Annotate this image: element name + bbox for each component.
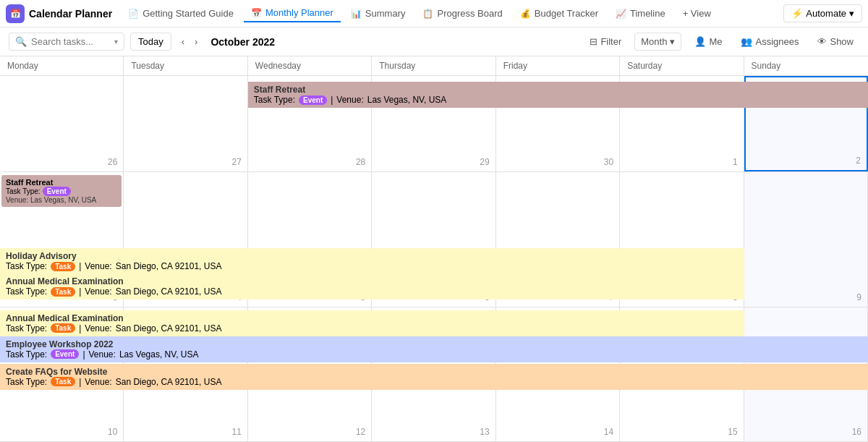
today-button[interactable]: Today [130,33,171,51]
event-staff-retreat-cell[interactable]: Staff Retreat Task Type: Event Venue: La… [1,175,122,207]
search-input[interactable] [31,36,110,47]
week-row-1: 26 27 28 29 30 1 2 Staff Retreat Task Ty… [0,76,868,172]
show-icon: 👁 [817,36,827,47]
show-label: Show [830,36,854,47]
employee-workshop-badge: Event [51,349,79,359]
toolbar-right: ⊟ Filter Month ▾ 👤 Me 👥 Assignees 👁 Show [584,33,859,51]
header-thursday: Thursday [372,56,495,75]
holiday-advisory-title: Holiday Advisory [6,251,739,261]
holiday-advisory-meta: Task Type: Task | Venue: San Diego, CA 9… [6,261,739,271]
staff-retreat-cell-badge: Event [43,187,71,196]
automate-chevron: ▾ [849,8,854,19]
month-view-button[interactable]: Month ▾ [634,33,681,51]
progress-board-icon: 📋 [422,9,433,19]
top-nav: 📅 Calendar Planner 📄 Getting Started Gui… [0,0,868,27]
filter-icon: ⊟ [590,36,597,47]
calendar-body: 26 27 28 29 30 1 2 Staff Retreat Task Ty… [0,76,868,442]
assignees-icon: 👥 [741,36,752,47]
event-create-faqs[interactable]: Create FAQs for Website Task Type: Task … [0,364,868,390]
summary-icon: 📊 [351,9,362,19]
prev-month-button[interactable]: ‹ [177,33,189,50]
tab-monthly-planner[interactable]: 📅 Monthly Planner [244,4,341,22]
create-faqs-meta: Task Type: Task | Venue: San Diego, CA 9… [6,377,862,387]
header-tuesday: Tuesday [124,56,247,75]
header-wednesday: Wednesday [248,56,372,75]
annual-medical-w2-badge: Task [51,287,75,297]
tab-progress-board-label: Progress Board [437,8,502,19]
nav-right: ⚡ Automate ▾ [783,4,862,22]
tab-getting-started[interactable]: 📄 Getting Started Guide [121,5,241,22]
week-row-3: 10 11 12 13 14 15 16 Annual Medical Exam… [0,307,868,442]
app-logo: 📅 Calendar Planner [6,4,112,23]
tab-progress-board[interactable]: 📋 Progress Board [415,5,509,22]
next-month-button[interactable]: › [190,33,202,50]
employee-workshop-title: Employee Workshop 2022 [6,339,862,349]
annual-medical-w3-meta: Task Type: Task | Venue: San Diego, CA 9… [6,323,739,333]
event-holiday-advisory[interactable]: Holiday Advisory Task Type: Task | Venue… [0,248,744,274]
annual-medical-w3-badge: Task [51,323,75,333]
day-9[interactable]: 9 [744,172,868,306]
toolbar: 🔍 ▾ Today ‹ › October 2022 ⊟ Filter Mont… [0,27,868,56]
tab-budget-tracker-label: Budget Tracker [535,8,598,19]
tab-timeline[interactable]: 📈 Timeline [608,5,673,22]
event-employee-workshop[interactable]: Employee Workshop 2022 Task Type: Event … [0,336,868,362]
add-view-button[interactable]: + View [676,5,718,22]
annual-medical-w2-title: Annual Medical Examination [6,276,739,286]
assignees-label: Assignees [755,36,799,47]
monthly-planner-icon: 📅 [251,8,262,18]
create-faqs-badge: Task [51,377,75,386]
month-chevron-icon: ▾ [670,36,675,47]
event-annual-medical-w3[interactable]: Annual Medical Examination Task Type: Ta… [0,310,744,336]
me-label: Me [709,36,722,47]
today-label: Today [138,36,163,47]
assignees-button[interactable]: 👥 Assignees [735,33,804,50]
holiday-advisory-badge: Task [51,262,75,271]
week-row-2: Staff Retreat Task Type: Event Venue: La… [0,172,868,307]
annual-medical-w3-title: Annual Medical Examination [6,313,739,323]
create-faqs-title: Create FAQs for Website [6,367,862,377]
day-headers: Monday Tuesday Wednesday Thursday Friday… [0,56,868,76]
chevron-down-icon: ▾ [114,38,118,46]
budget-tracker-icon: 💰 [520,9,531,19]
employee-workshop-meta: Task Type: Event | Venue: Las Vegas, NV,… [6,349,862,360]
filter-button[interactable]: ⊟ Filter [584,33,627,50]
tab-summary[interactable]: 📊 Summary [344,5,413,22]
automate-icon: ⚡ [791,8,803,19]
event-staff-retreat-w1[interactable]: Staff Retreat Task Type: Event | Venue: … [248,82,868,108]
header-sunday: Sunday [744,56,868,75]
header-friday: Friday [496,56,620,75]
nav-arrows: ‹ › [177,33,203,50]
tab-budget-tracker[interactable]: 💰 Budget Tracker [513,5,605,22]
staff-retreat-cell-meta: Task Type: Event [6,187,117,196]
search-box[interactable]: 🔍 ▾ [9,33,124,51]
staff-retreat-title-w1: Staff Retreat [254,85,862,95]
staff-retreat-badge-w1: Event [299,95,327,105]
person-icon: 👤 [694,36,706,47]
app-title: Calendar Planner [29,8,112,20]
header-monday: Monday [0,56,124,75]
getting-started-icon: 📄 [128,9,139,19]
automate-button[interactable]: ⚡ Automate ▾ [783,4,862,22]
event-annual-medical-w2[interactable]: Annual Medical Examination Task Type: Ta… [0,273,744,299]
show-button[interactable]: 👁 Show [812,33,859,50]
tab-summary-label: Summary [365,8,406,19]
tab-monthly-planner-label: Monthly Planner [265,7,333,18]
tab-getting-started-label: Getting Started Guide [142,8,234,19]
annual-medical-w2-meta: Task Type: Task | Venue: San Diego, CA 9… [6,286,739,297]
me-button[interactable]: 👤 Me [689,33,728,50]
add-view-label: + View [683,8,711,19]
day-26[interactable]: 26 [0,76,124,171]
staff-retreat-cell-venue: Venue: Las Vegas, NV, USA [6,196,117,204]
filter-label: Filter [600,36,621,47]
header-saturday: Saturday [620,56,744,75]
month-view-label: Month [641,36,667,47]
tab-timeline-label: Timeline [630,8,665,19]
month-title: October 2022 [210,36,275,48]
app-logo-icon: 📅 [6,4,25,23]
search-icon: 🔍 [15,36,27,47]
staff-retreat-meta-w1: Task Type: Event | Venue: Las Vegas, NV,… [254,95,862,105]
staff-retreat-cell-title: Staff Retreat [6,178,117,187]
day-27[interactable]: 27 [124,76,247,171]
automate-label: Automate [806,8,846,19]
calendar: Monday Tuesday Wednesday Thursday Friday… [0,56,868,442]
